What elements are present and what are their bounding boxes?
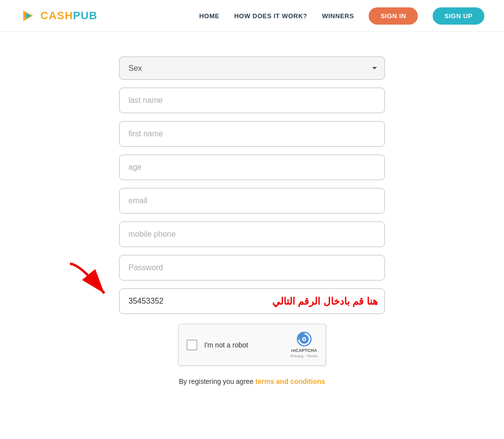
recaptcha-box: I'm not a robot reCAPTCHA Privacy · Term… — [178, 324, 326, 366]
first-name-input[interactable] — [119, 121, 385, 147]
nav-home[interactable]: HOME — [199, 12, 220, 20]
email-input[interactable] — [119, 188, 385, 214]
code-input[interactable] — [119, 288, 385, 314]
nav-how-it-works[interactable]: HOW DOES IT WORK? — [234, 12, 308, 20]
recaptcha-left: I'm not a robot — [187, 340, 248, 350]
registration-form: Sex Male Female — [119, 57, 385, 385]
recaptcha-logo-icon — [296, 331, 312, 347]
terms-prefix: By registering you agree — [179, 377, 253, 385]
recaptcha-right: reCAPTCHA Privacy · Terms — [290, 331, 317, 358]
nav-winners[interactable]: WINNERS — [322, 12, 354, 20]
code-field-wrapper: هنا قم بادخال الرقم التالي — [119, 288, 385, 314]
logo-text: CASHPUB — [40, 9, 97, 22]
logo[interactable]: CASHPUB — [20, 7, 97, 25]
recaptcha-checkbox[interactable] — [187, 340, 197, 350]
recaptcha-links-text: Privacy · Terms — [290, 354, 317, 358]
signin-button[interactable]: SIGN IN — [369, 7, 418, 25]
sex-select[interactable]: Sex Male Female — [119, 57, 385, 80]
terms-section: By registering you agree terms and condi… — [119, 377, 385, 385]
signup-button[interactable]: SIGN UP — [433, 7, 484, 25]
recaptcha-section: I'm not a robot reCAPTCHA Privacy · Term… — [119, 324, 385, 366]
age-input[interactable] — [119, 155, 385, 180]
header: CASHPUB HOME HOW DOES IT WORK? WINNERS S… — [0, 0, 504, 32]
code-wrapper: هنا قم بادخال الرقم التالي — [119, 288, 385, 314]
main-content: Sex Male Female — [0, 32, 504, 405]
terms-link[interactable]: terms and conditions — [255, 377, 325, 385]
last-name-input[interactable] — [119, 88, 385, 113]
recaptcha-label: I'm not a robot — [204, 341, 248, 349]
mobile-input[interactable] — [119, 221, 385, 247]
svg-point-5 — [303, 338, 305, 340]
main-nav: HOME HOW DOES IT WORK? WINNERS SIGN IN S… — [199, 7, 484, 25]
recaptcha-brand-text: reCAPTCHA — [291, 348, 317, 353]
logo-icon — [20, 7, 37, 25]
password-input[interactable] — [119, 255, 385, 281]
